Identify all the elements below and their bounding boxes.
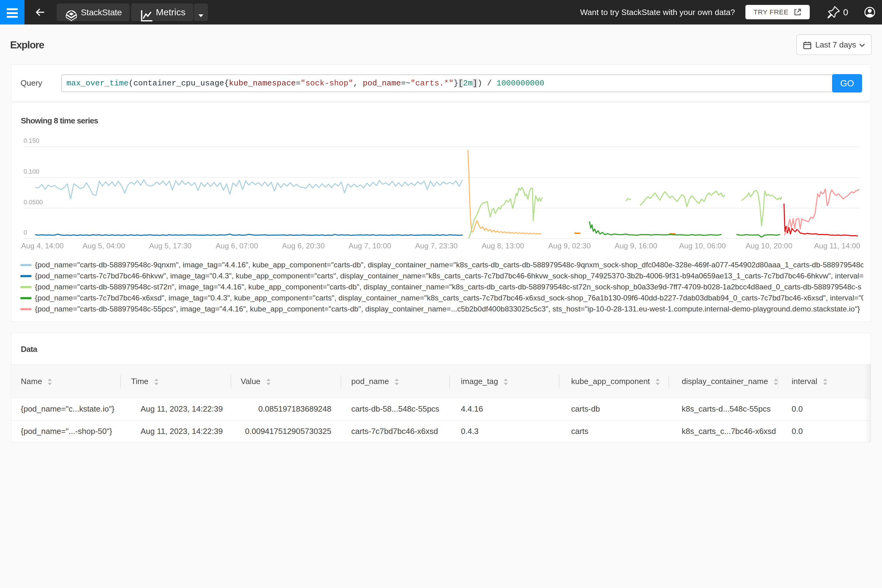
svg-text:Aug 11, 14:00: Aug 11, 14:00 — [814, 242, 860, 250]
svg-text:0.100: 0.100 — [24, 168, 39, 175]
svg-text:Aug 10, 20:00: Aug 10, 20:00 — [746, 242, 793, 250]
svg-text:Aug 9, 16:00: Aug 9, 16:00 — [615, 242, 657, 250]
svg-text:Aug 6, 07:00: Aug 6, 07:00 — [216, 242, 258, 250]
svg-text:0: 0 — [24, 229, 27, 236]
svg-text:Aug 8, 13:00: Aug 8, 13:00 — [482, 242, 524, 250]
svg-text:Aug 4, 14:00: Aug 4, 14:00 — [21, 242, 64, 250]
svg-text:Aug 7, 23:30: Aug 7, 23:30 — [415, 242, 458, 250]
svg-text:Aug 9, 02:30: Aug 9, 02:30 — [548, 242, 591, 250]
svg-text:Aug 7, 10:00: Aug 7, 10:00 — [348, 242, 391, 250]
svg-text:Aug 6, 20:30: Aug 6, 20:30 — [282, 242, 325, 250]
svg-text:0.150: 0.150 — [24, 137, 39, 144]
svg-text:Aug 5, 04:00: Aug 5, 04:00 — [82, 242, 125, 250]
svg-text:0.0500: 0.0500 — [24, 198, 43, 206]
svg-text:Aug 10, 06:00: Aug 10, 06:00 — [679, 242, 726, 250]
svg-text:Aug 5, 17:30: Aug 5, 17:30 — [149, 242, 192, 250]
